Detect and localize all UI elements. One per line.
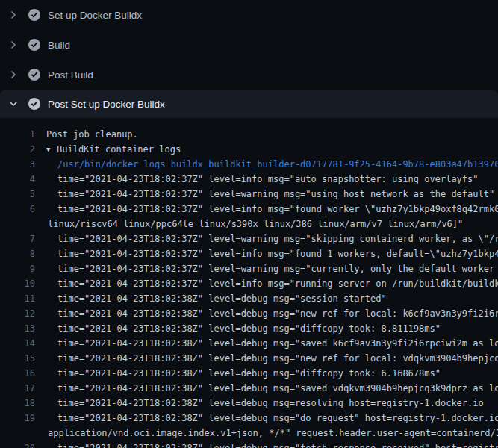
- log-line: 3/usr/bin/docker logs buildx_buildkit_bu…: [0, 157, 498, 172]
- line-number[interactable]: 10: [0, 276, 35, 291]
- step-label: Build: [48, 40, 70, 51]
- line-number[interactable]: 2: [0, 142, 35, 157]
- log-text: time="2021-04-23T18:02:38Z" level=debug …: [35, 396, 484, 411]
- check-circle-icon: [28, 9, 40, 21]
- log-line: 6time="2021-04-23T18:02:37Z" level=info …: [0, 202, 498, 217]
- line-number[interactable]: 1: [0, 127, 35, 142]
- log-line: 13time="2021-04-23T18:02:38Z" level=debu…: [0, 321, 498, 336]
- chevron-right-icon: [7, 9, 19, 21]
- log-text: time="2021-04-23T18:02:38Z" level=debug …: [35, 381, 498, 396]
- step-header-build[interactable]: Build: [0, 30, 498, 60]
- step-header-post-build[interactable]: Post Build: [0, 60, 498, 90]
- line-number[interactable]: 7: [0, 231, 35, 246]
- log-text: Post job cleanup.: [35, 127, 138, 142]
- line-number[interactable]: 17: [0, 381, 35, 396]
- log-text: time="2021-04-23T18:02:37Z" level=info m…: [35, 246, 498, 261]
- check-circle-icon: [28, 98, 40, 110]
- line-number[interactable]: 19: [0, 411, 35, 426]
- log-text: time="2021-04-23T18:02:37Z" level=info m…: [35, 172, 479, 187]
- log-line: 11time="2021-04-23T18:02:38Z" level=debu…: [0, 291, 498, 306]
- chevron-down-icon: [7, 98, 19, 110]
- log-line: 20time="2021-04-23T18:02:38Z" level=debu…: [0, 441, 498, 448]
- line-number[interactable]: 13: [0, 321, 35, 336]
- log-text: application/vnd.oci.image.index.v1+json,…: [35, 426, 498, 441]
- check-circle-icon: [28, 69, 40, 81]
- log-line: 16time="2021-04-23T18:02:38Z" level=debu…: [0, 366, 498, 381]
- line-number[interactable]: 12: [0, 306, 35, 321]
- log-text: time="2021-04-23T18:02:38Z" level=debug …: [35, 306, 498, 321]
- line-number[interactable]: 16: [0, 366, 35, 381]
- step-header-post-set-up-docker-buildx[interactable]: Post Set up Docker Buildx: [0, 90, 498, 118]
- line-number[interactable]: 5: [0, 187, 35, 202]
- step-label: Post Set up Docker Buildx: [48, 99, 165, 110]
- log-line: 8time="2021-04-23T18:02:37Z" level=info …: [0, 246, 498, 261]
- log-line: 14time="2021-04-23T18:02:38Z" level=debu…: [0, 336, 498, 351]
- log-text: time="2021-04-23T18:02:38Z" level=debug …: [35, 336, 498, 351]
- log-line: linux/riscv64 linux/ppc64le linux/s390x …: [0, 217, 498, 231]
- line-number: [0, 426, 35, 441]
- log-line: 1Post job cleanup.: [0, 127, 498, 142]
- log-text: BuildKit container logs: [57, 142, 181, 157]
- log-line: 12time="2021-04-23T18:02:38Z" level=debu…: [0, 306, 498, 321]
- log-lines: 1Post job cleanup.2▼BuildKit container l…: [0, 118, 498, 448]
- log-text: time="2021-04-23T18:02:37Z" level=warnin…: [35, 187, 494, 202]
- log-text: time="2021-04-23T18:02:38Z" level=debug …: [35, 411, 498, 426]
- log-line: 15time="2021-04-23T18:02:38Z" level=debu…: [0, 351, 498, 366]
- log-text: time="2021-04-23T18:02:37Z" level=info m…: [35, 202, 498, 217]
- line-number[interactable]: 8: [0, 246, 35, 261]
- log-line: 10time="2021-04-23T18:02:37Z" level=info…: [0, 276, 498, 291]
- log-command-text: /usr/bin/docker logs buildx_buildkit_bui…: [35, 157, 498, 172]
- log-text: time="2021-04-23T18:02:38Z" level=debug …: [35, 291, 387, 306]
- log-line: 7time="2021-04-23T18:02:37Z" level=warni…: [0, 231, 498, 246]
- chevron-right-icon: [7, 39, 19, 51]
- steps-list: Set up Docker BuildxBuildPost BuildPost …: [0, 0, 498, 118]
- log-text: time="2021-04-23T18:02:37Z" level=warnin…: [35, 231, 498, 246]
- log-line: 19time="2021-04-23T18:02:38Z" level=debu…: [0, 411, 498, 426]
- step-header-set-up-docker-buildx[interactable]: Set up Docker Buildx: [0, 0, 498, 30]
- line-number[interactable]: 9: [0, 261, 35, 276]
- step-label: Post Build: [48, 69, 93, 81]
- log-group-line[interactable]: 2▼BuildKit container logs: [0, 142, 498, 157]
- line-number[interactable]: 11: [0, 291, 35, 306]
- line-number[interactable]: 18: [0, 396, 35, 411]
- line-number[interactable]: 6: [0, 202, 35, 217]
- line-number[interactable]: 20: [0, 441, 35, 448]
- log-text: time="2021-04-23T18:02:38Z" level=debug …: [35, 321, 441, 336]
- line-number[interactable]: 15: [0, 351, 35, 366]
- log-line: 17time="2021-04-23T18:02:38Z" level=debu…: [0, 381, 498, 396]
- log-text: linux/riscv64 linux/ppc64le linux/s390x …: [35, 217, 463, 231]
- line-number[interactable]: 4: [0, 172, 35, 187]
- log-text: time="2021-04-23T18:02:38Z" level=debug …: [35, 441, 498, 448]
- log-text: time="2021-04-23T18:02:37Z" level=warnin…: [35, 261, 498, 276]
- line-number: [0, 217, 35, 231]
- log-line: 5time="2021-04-23T18:02:37Z" level=warni…: [0, 187, 498, 202]
- log-line: application/vnd.oci.image.index.v1+json,…: [0, 426, 498, 441]
- line-number[interactable]: 3: [0, 157, 35, 172]
- log-group-expander-icon[interactable]: ▼: [46, 142, 57, 157]
- chevron-right-icon: [7, 69, 19, 81]
- log-line: 18time="2021-04-23T18:02:38Z" level=debu…: [0, 396, 498, 411]
- log-line: 4time="2021-04-23T18:02:37Z" level=info …: [0, 172, 498, 187]
- log-text: time="2021-04-23T18:02:38Z" level=debug …: [35, 351, 498, 366]
- check-circle-icon: [28, 39, 40, 51]
- line-number[interactable]: 14: [0, 336, 35, 351]
- step-label: Set up Docker Buildx: [48, 10, 142, 21]
- log-text: time="2021-04-23T18:02:38Z" level=debug …: [35, 366, 441, 381]
- log-text: time="2021-04-23T18:02:37Z" level=info m…: [35, 276, 498, 291]
- log-line: 9time="2021-04-23T18:02:37Z" level=warni…: [0, 261, 498, 276]
